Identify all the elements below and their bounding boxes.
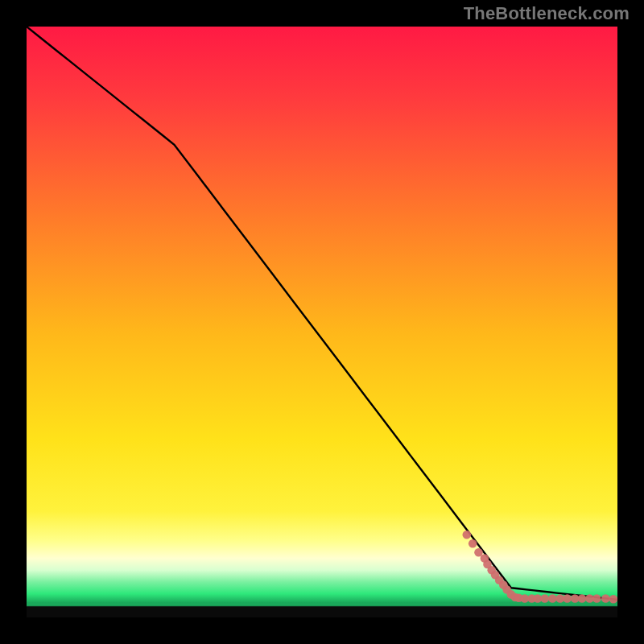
data-point	[601, 594, 610, 603]
data-point	[548, 594, 557, 603]
data-point	[563, 594, 572, 603]
gradient-background	[27, 27, 617, 617]
plot-svg	[27, 27, 617, 617]
data-point	[578, 594, 587, 603]
plot-area	[27, 27, 617, 617]
watermark-text: TheBottleneck.com	[464, 3, 630, 24]
data-point	[540, 594, 549, 603]
data-point	[592, 594, 601, 603]
data-point	[609, 595, 617, 604]
chart-frame: TheBottleneck.com	[0, 0, 644, 644]
data-point	[463, 530, 472, 539]
data-point	[469, 539, 477, 548]
